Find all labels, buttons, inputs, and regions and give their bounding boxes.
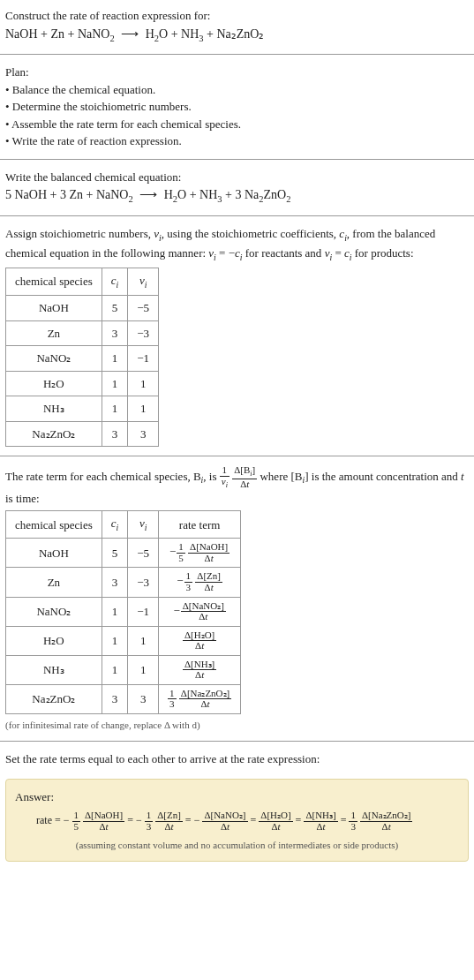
fraction: 13 <box>184 571 193 592</box>
cell-ci: 1 <box>102 655 128 684</box>
stoich-intro: Assign stoichiometric numbers, νi, using… <box>5 225 469 264</box>
prompt-text: Construct the rate of reaction expressio… <box>5 7 469 25</box>
cell-rate-term: Δ[H₂O]Δt <box>159 626 241 655</box>
balanced-equation: 5 NaOH + 3 Zn + NaNO2 ⟶ H2O + NH3 + 3 Na… <box>5 185 469 207</box>
cell-ci: 5 <box>102 539 128 568</box>
table-header-row: chemical species ci νi <box>6 268 159 296</box>
cell-rate-term: −15 Δ[NaOH]Δt <box>159 539 241 568</box>
divider <box>0 456 474 456</box>
fraction: Δ[NaOH]Δt <box>83 810 124 832</box>
final-prompt: Set the rate terms equal to each other t… <box>5 750 469 768</box>
fraction: 13 <box>168 689 177 710</box>
table-row: NH₃11Δ[NH₃]Δt <box>6 655 241 684</box>
rate-intro: The rate term for each chemical species,… <box>5 465 469 507</box>
plan-section: Plan: • Balance the chemical equation. •… <box>0 57 474 157</box>
divider <box>0 741 474 742</box>
balanced-title: Write the balanced chemical equation: <box>5 169 469 186</box>
inf-note: (for infinitesimal rate of change, repla… <box>5 718 469 733</box>
table-row: Zn3−3−13 Δ[Zn]Δt <box>6 568 241 597</box>
fraction: Δ[Zn]Δt <box>155 810 183 832</box>
eq-rhs: H2O + NH3 + Na₂ZnO₂ <box>146 27 265 41</box>
cell-ci: 1 <box>102 626 128 655</box>
fraction: Δ[H₂O]Δt <box>183 630 216 652</box>
fraction: Δ[NaNO₂]Δt <box>181 601 226 622</box>
table-row: Na₂ZnO₂33 <box>6 421 159 447</box>
fraction: Δ[NH₃]Δt <box>183 660 216 681</box>
divider <box>0 54 474 55</box>
rate-expression: rate = − 15 Δ[NaOH]Δt = − 13 Δ[Zn]Δt = −… <box>15 810 459 832</box>
final-section: Set the rate terms equal to each other t… <box>0 743 474 775</box>
table-row: NaOH5−5 <box>6 296 159 321</box>
rate-section: The rate term for each chemical species,… <box>0 458 474 739</box>
table-row: NaOH5−5−15 Δ[NaOH]Δt <box>6 539 241 568</box>
table-row: NH₃11 <box>6 396 159 422</box>
table-row: H₂O11 <box>6 371 159 396</box>
divider <box>0 215 474 216</box>
cell-vi: −1 <box>128 597 159 626</box>
cell-species: NaOH <box>6 539 102 568</box>
arrow-icon: ⟶ <box>139 185 157 204</box>
fraction: Δ[H₂O]Δt <box>259 810 292 832</box>
table-header-row: chemical species ci νi rate term <box>6 511 241 539</box>
plan-item: • Assemble the rate term for each chemic… <box>5 116 469 133</box>
cell-ci: 3 <box>102 568 128 597</box>
cell-ci: 1 <box>102 597 128 626</box>
fraction: Δ[NH₃]Δt <box>304 810 337 832</box>
col-ci: ci <box>102 268 128 296</box>
col-vi: νi <box>128 268 159 296</box>
fraction: 13 <box>349 810 357 832</box>
cell-rate-term: −13 Δ[Zn]Δt <box>159 568 241 597</box>
cell-rate-term: Δ[NH₃]Δt <box>159 655 241 684</box>
cell-species: H₂O <box>6 626 102 655</box>
table-row: Na₂ZnO₂3313 Δ[Na₂ZnO₂]Δt <box>6 684 241 713</box>
balanced-section: Write the balanced chemical equation: 5 … <box>0 162 474 214</box>
fraction: Δ[NaNO₂]Δt <box>202 810 247 832</box>
arrow-icon: ⟶ <box>121 25 139 43</box>
plan-title: Plan: <box>5 64 469 81</box>
table-row: NaNO₂1−1 <box>6 346 159 372</box>
fraction: Δ[NaOH]Δt <box>188 542 229 563</box>
plan-item: • Write the rate of reaction expression. <box>5 132 469 150</box>
stoich-section: Assign stoichiometric numbers, νi, using… <box>0 218 474 455</box>
eq-lhs: NaOH + Zn + NaNO <box>5 27 109 41</box>
cell-species: NH₃ <box>6 655 102 684</box>
fraction: Δ[Na₂ZnO₂]Δt <box>360 810 412 832</box>
plan-item: • Balance the chemical equation. <box>5 81 469 99</box>
frac-1-nu: 1νi <box>220 465 229 489</box>
table-row: H₂O11Δ[H₂O]Δt <box>6 626 241 655</box>
cell-rate-term: 13 Δ[Na₂ZnO₂]Δt <box>159 684 241 713</box>
prompt-section: Construct the rate of reaction expressio… <box>0 0 474 52</box>
cell-vi: −5 <box>128 539 159 568</box>
stoich-table: chemical species ci νi NaOH5−5 Zn3−3 NaN… <box>5 268 159 447</box>
table-row: NaNO₂1−1−Δ[NaNO₂]Δt <box>6 597 241 626</box>
frac-dB-dt: Δ[Bi]Δt <box>232 465 257 489</box>
cell-vi: 3 <box>128 684 159 713</box>
cell-vi: 1 <box>128 655 159 684</box>
fraction: 15 <box>72 810 81 832</box>
cell-vi: 1 <box>128 626 159 655</box>
eq-sub: 2 <box>109 33 114 42</box>
answer-label: Answer: <box>15 788 459 806</box>
cell-species: Zn <box>6 568 102 597</box>
cell-rate-term: −Δ[NaNO₂]Δt <box>159 597 241 626</box>
cell-species: Na₂ZnO₂ <box>6 684 102 713</box>
fraction: Δ[Na₂ZnO₂]Δt <box>179 689 231 710</box>
unbalanced-equation: NaOH + Zn + NaNO2 ⟶ H2O + NH3 + Na₂ZnO₂ <box>5 25 469 46</box>
fraction: 13 <box>145 810 154 832</box>
col-species: chemical species <box>6 268 102 296</box>
divider <box>0 159 474 160</box>
cell-species: NaNO₂ <box>6 597 102 626</box>
fraction: 15 <box>177 542 185 563</box>
answer-box: Answer: rate = − 15 Δ[NaOH]Δt = − 13 Δ[Z… <box>5 779 469 862</box>
answer-note: (assuming constant volume and no accumul… <box>15 838 459 853</box>
table-row: Zn3−3 <box>6 320 159 346</box>
fraction: Δ[Zn]Δt <box>195 571 222 592</box>
plan-item: • Determine the stoichiometric numbers. <box>5 98 469 116</box>
cell-vi: −3 <box>128 568 159 597</box>
rate-table: chemical species ci νi rate term NaOH5−5… <box>5 510 241 714</box>
cell-ci: 3 <box>102 684 128 713</box>
